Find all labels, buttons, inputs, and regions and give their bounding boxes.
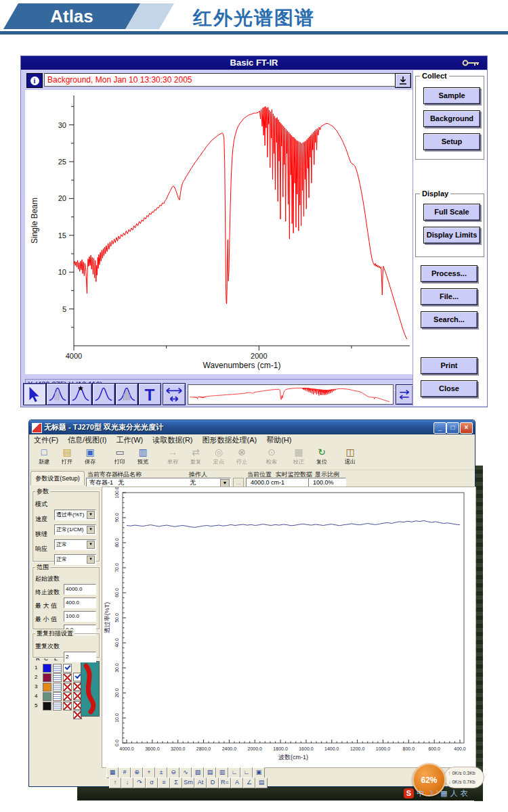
network-monitor[interactable]: ↑ 0K/s 0.3Kb↓ 0K/s 0.7Kb: [444, 767, 484, 788]
register-display-checkbox[interactable]: [63, 683, 72, 692]
group-参数: 参数模式透过率(%T)▼速度正常(1/CM)▼狭缝正常▼响应正常▼: [32, 491, 100, 562]
pinyin-mode-icon[interactable]: 中: [417, 788, 424, 798]
menu-item-3[interactable]: 读取数据(R): [148, 434, 197, 446]
atten-tool-button[interactable]: At: [194, 777, 207, 788]
param-value-重复次数[interactable]: 2: [64, 652, 96, 662]
crosshair-tool-button[interactable]: #: [119, 767, 131, 778]
toolbar-open-folder-button[interactable]: ▤打开: [56, 447, 78, 468]
scan-plot-area[interactable]: 100.090.080.070.060.050.040.030.020.010.…: [102, 487, 476, 768]
lines-tool-button[interactable]: ≡: [158, 777, 170, 788]
table-tool-button[interactable]: ▤: [255, 777, 268, 788]
menu-item-0[interactable]: 文件(F): [29, 434, 63, 446]
moon-mode-icon[interactable]: ☽: [427, 788, 433, 798]
tab-setup[interactable]: 参数设置(Setup): [30, 471, 85, 485]
zoom-in-tool-button[interactable]: ⊕: [131, 767, 143, 778]
register-display-checkbox[interactable]: [63, 702, 72, 710]
spectro-titlebar[interactable]: 无标题 - TJ270型 双光束分光光度计 _ □ ×: [29, 420, 475, 434]
scale-tool-button[interactable]: ±: [155, 767, 167, 778]
ftir-plot-area[interactable]: 5101520253040002000Wavenumbers (cm-1)Sin…: [25, 90, 414, 374]
toolbar-new-doc-button[interactable]: □新建: [33, 447, 55, 468]
person-icon[interactable]: 人: [450, 788, 458, 798]
chart-corner-tool-button[interactable]: ∟: [228, 767, 240, 778]
register-color-swatch[interactable]: [43, 673, 51, 682]
expand-horizontal-button[interactable]: [163, 383, 186, 405]
svg-text:4000: 4000: [66, 352, 82, 360]
peak-fill-button[interactable]: [115, 383, 138, 405]
action-button-process-[interactable]: Process...: [421, 265, 478, 282]
action-button-file-[interactable]: File...: [421, 288, 478, 305]
report-tool-button[interactable]: ▤: [204, 767, 216, 778]
swap-arrows-button[interactable]: [396, 384, 413, 405]
register-display-checkbox[interactable]: [63, 673, 72, 682]
register-display-checkbox[interactable]: [63, 692, 72, 701]
panel-tool-button[interactable]: ▣: [253, 767, 265, 778]
action-button-search-[interactable]: Search...: [421, 311, 478, 328]
display-group-label: Display: [420, 189, 450, 198]
display-button-display-limits[interactable]: Display Limits: [423, 227, 480, 244]
down-tool-button[interactable]: ↓: [121, 777, 133, 788]
group-label: 参数: [35, 487, 50, 496]
soft-keyboard-icon[interactable]: ▦: [440, 788, 447, 798]
punctuation-mode-icon[interactable]: ’: [436, 788, 438, 798]
toolbar-preview-button[interactable]: ▥预览: [132, 447, 154, 468]
pan-tool-button[interactable]: +: [143, 767, 155, 778]
select-cursor-button[interactable]: [23, 383, 46, 405]
toolbar-single-scan-button: →单程: [162, 447, 184, 468]
maximize-button[interactable]: □: [446, 422, 459, 434]
info-icon[interactable]: i: [26, 73, 43, 88]
ftir-titlebar[interactable]: Basic FT-IR: [21, 56, 487, 70]
register-linestyle-swatch[interactable]: [53, 673, 62, 682]
peak-area-button[interactable]: [92, 383, 115, 405]
register-color-swatch[interactable]: [43, 664, 51, 673]
sum-tool-button[interactable]: Σ: [170, 777, 182, 788]
angle-tool-button[interactable]: ∠: [243, 777, 255, 788]
collect-button-setup[interactable]: Setup: [423, 133, 480, 150]
redo-tool-button[interactable]: ↷: [133, 777, 146, 788]
register-linestyle-swatch[interactable]: [53, 683, 62, 692]
register-color-swatch[interactable]: [43, 692, 51, 701]
peak-height-button[interactable]: [46, 383, 69, 405]
menu-item-4[interactable]: 图形数据处理(A): [198, 434, 262, 446]
collect-button-background[interactable]: Background: [423, 110, 480, 127]
text-tool-button[interactable]: T: [138, 383, 161, 405]
chart-corner2-tool-button[interactable]: ∟: [240, 767, 253, 778]
bottom-button-close[interactable]: Close: [421, 380, 478, 397]
cells-tool-button[interactable]: ▥: [216, 767, 228, 778]
image-tool-button[interactable]: ▧: [192, 767, 204, 778]
label-tool-button[interactable]: A: [231, 777, 243, 788]
toolbar-reset-button[interactable]: ↻复位: [311, 447, 333, 468]
ratio-tool-button[interactable]: R=: [219, 777, 231, 788]
skin-icon[interactable]: 衣: [461, 788, 468, 798]
register-linestyle-swatch[interactable]: [53, 664, 62, 673]
menu-item-1[interactable]: 信息/视图(I): [63, 434, 111, 446]
register-linestyle-swatch[interactable]: [53, 702, 62, 710]
spectrum-dropdown-button[interactable]: [395, 73, 411, 88]
smooth-tool-button[interactable]: Sm: [182, 777, 194, 788]
minimize-button[interactable]: _: [433, 422, 446, 434]
register-linestyle-swatch[interactable]: [53, 692, 62, 701]
menu-item-5[interactable]: 帮助(H): [261, 434, 296, 446]
spectrum-minimap[interactable]: [188, 384, 394, 405]
toolbar-save-floppy-button[interactable]: ▣保存: [79, 447, 101, 468]
spectrum-selector[interactable]: Background, Mon Jan 10 13:30:30 2005: [44, 73, 396, 87]
toolbar-printer-button[interactable]: ▭打印: [109, 447, 131, 468]
param-value-响应[interactable]: 正常▼: [54, 554, 96, 565]
register-display-checkbox[interactable]: [63, 664, 72, 673]
wave-tool-button[interactable]: ∿: [179, 767, 192, 778]
collect-button-sample[interactable]: Sample: [423, 87, 480, 104]
bottom-button-print[interactable]: Print: [421, 357, 478, 374]
grid-tool-button[interactable]: ▦: [106, 767, 119, 778]
zoom-out-tool-button[interactable]: ⊖: [167, 767, 179, 778]
display-button-full-scale[interactable]: Full Scale: [423, 204, 480, 221]
close-button[interactable]: ×: [460, 422, 473, 434]
register-color-swatch[interactable]: [43, 702, 51, 710]
derivative-tool-button[interactable]: D: [207, 777, 219, 788]
sogou-logo-icon[interactable]: S: [404, 788, 414, 798]
combo-arrow-icon[interactable]: ▼: [87, 556, 95, 564]
register-color-swatch[interactable]: [43, 683, 51, 692]
up-tool-button[interactable]: ↑: [109, 777, 121, 788]
menu-item-2[interactable]: 工作(W): [112, 434, 148, 446]
sigma-tool-button[interactable]: σ: [146, 777, 158, 788]
peak-pick-button[interactable]: [69, 383, 92, 405]
toolbar-exit-button[interactable]: ◫退出: [339, 447, 361, 468]
